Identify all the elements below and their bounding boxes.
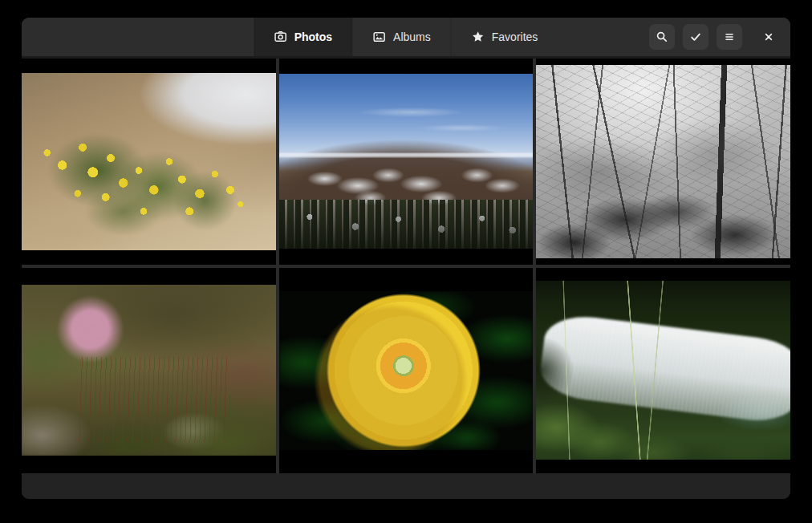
- camera-icon: [274, 30, 287, 43]
- photo-tile-daffodils[interactable]: [22, 59, 276, 265]
- bottom-bar: [22, 473, 790, 499]
- photo-tile-moss[interactable]: [22, 268, 276, 474]
- photo-tile-waterfall[interactable]: [536, 268, 790, 474]
- tab-favorites-label: Favorites: [492, 30, 538, 43]
- header-bar: Photos Albums: [22, 18, 790, 59]
- search-button[interactable]: [649, 24, 675, 50]
- desktop-background: Photos Albums: [0, 0, 812, 523]
- photo-thumbnail-mountains: [279, 74, 534, 249]
- select-button[interactable]: [683, 24, 708, 50]
- photo-thumbnail-moss: [22, 285, 276, 456]
- image-icon: [373, 30, 386, 43]
- photo-thumbnail-daffodils: [22, 73, 276, 250]
- tab-photos-label: Photos: [294, 30, 332, 43]
- check-icon: [689, 30, 702, 43]
- photo-tile-poppy[interactable]: [279, 268, 534, 474]
- photo-thumbnail-trees: [536, 65, 790, 258]
- close-icon: [762, 30, 775, 43]
- tab-favorites[interactable]: Favorites: [451, 18, 558, 56]
- hamburger-menu-icon: [723, 30, 736, 43]
- tab-albums-label: Albums: [393, 30, 431, 43]
- menu-button[interactable]: [717, 24, 742, 50]
- photos-app-window: Photos Albums: [22, 18, 790, 499]
- photo-thumbnail-poppy: [279, 291, 534, 450]
- view-switcher: Photos Albums: [254, 18, 558, 56]
- search-icon: [656, 30, 668, 43]
- photo-tile-mountains[interactable]: [279, 59, 534, 265]
- photo-tile-trees[interactable]: [536, 59, 790, 265]
- photo-grid: [22, 59, 790, 473]
- tab-albums[interactable]: Albums: [352, 18, 451, 56]
- close-button[interactable]: [757, 25, 781, 49]
- star-icon: [472, 30, 485, 43]
- header-actions: [649, 24, 781, 50]
- photo-thumbnail-waterfall: [536, 281, 790, 460]
- tab-photos[interactable]: Photos: [254, 18, 352, 56]
